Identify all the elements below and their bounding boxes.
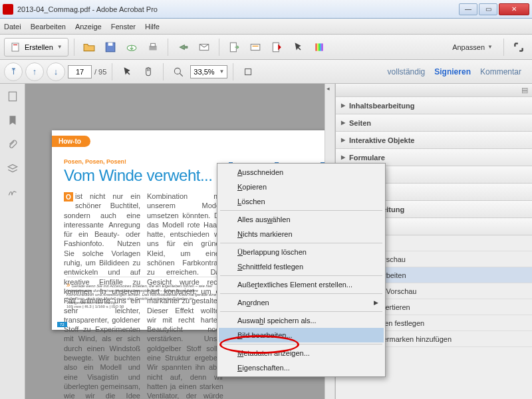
- ctx-select-none[interactable]: Nichts markieren: [219, 227, 384, 241]
- share-button[interactable]: [174, 38, 192, 57]
- floppy-icon: [104, 41, 116, 53]
- thumbnails-icon[interactable]: [5, 89, 20, 104]
- color-button[interactable]: [310, 38, 329, 57]
- close-button[interactable]: ✕: [499, 3, 529, 15]
- ctx-delete[interactable]: Löschen: [219, 194, 384, 209]
- next-page-button[interactable]: ↓: [47, 63, 65, 81]
- ctx-select-all[interactable]: Alles auswählen: [219, 212, 384, 227]
- ctx-copy[interactable]: Kopieren: [219, 180, 384, 194]
- link-sign[interactable]: Signieren: [434, 67, 471, 76]
- menu-help[interactable]: Hilfe: [145, 23, 160, 31]
- ctx-save-selection[interactable]: Auswahl speichern als...: [219, 313, 384, 328]
- ctx-cut[interactable]: AAusschneidenusschneiden: [219, 165, 384, 180]
- kicker: Posen, Posen, Posen!: [64, 158, 126, 165]
- window-title: 2013-04_Commag.pdf - Adobe Acrobat Pro: [17, 5, 458, 13]
- cursor-button[interactable]: [289, 38, 307, 57]
- rainbow-icon: [313, 41, 325, 53]
- ctx-arrange[interactable]: Anordnen▶: [219, 295, 384, 310]
- open-button[interactable]: [80, 38, 98, 57]
- print-button[interactable]: [144, 38, 162, 57]
- link-comment[interactable]: Kommentar: [480, 67, 521, 76]
- first-page-button[interactable]: ⤒: [4, 63, 23, 81]
- context-menu: AAusschneidenusschneiden Kopieren Lösche…: [217, 163, 386, 377]
- fullscreen-button[interactable]: [509, 38, 528, 57]
- customize-button[interactable]: Anpassen ▼: [447, 43, 498, 51]
- svg-rect-13: [317, 43, 318, 51]
- svg-rect-12: [315, 43, 317, 51]
- svg-rect-11: [273, 43, 279, 52]
- svg-rect-10: [252, 45, 258, 46]
- svg-rect-9: [251, 44, 260, 50]
- menu-view[interactable]: Anzeige: [75, 23, 102, 31]
- ctx-show-metadata[interactable]: Metadaten anzeigen...: [219, 346, 384, 360]
- svg-rect-19: [9, 92, 16, 101]
- magnifier-icon: [172, 66, 184, 78]
- prev-page-button[interactable]: ↑: [25, 63, 44, 81]
- ctx-edit-image[interactable]: Bild bearbeiten...: [219, 328, 384, 342]
- share-icon: [177, 41, 189, 53]
- svg-rect-16: [321, 43, 323, 51]
- create-label: Erstellen: [25, 43, 53, 51]
- page-input[interactable]: [68, 65, 92, 78]
- ctx-set-crop[interactable]: Schnittfeld festlegen: [219, 259, 384, 274]
- svg-rect-18: [245, 68, 251, 74]
- create-button[interactable]: Erstellen ▼: [4, 38, 68, 57]
- photo-meta: 105 mm | f6.3 | 1/160 s | ISO 50: [66, 305, 124, 309]
- hand-icon: [142, 66, 154, 78]
- page-number-badge: 72: [57, 322, 67, 327]
- svg-rect-6: [150, 43, 155, 47]
- tools-header: ▤: [336, 84, 532, 97]
- dropdown-icon: ▼: [57, 44, 63, 50]
- envelope-icon: [198, 41, 210, 53]
- app-icon: [3, 4, 13, 15]
- menu-file[interactable]: Datei: [4, 23, 21, 31]
- export-button[interactable]: [225, 38, 243, 57]
- email-button[interactable]: [195, 38, 213, 57]
- headline: Vom Winde verweht...: [64, 166, 212, 185]
- ctx-properties[interactable]: Eigenschaften...: [219, 360, 384, 375]
- zoom-input[interactable]: 33,5%▼: [190, 65, 227, 78]
- maximize-button[interactable]: ▭: [479, 3, 497, 15]
- zoom-tool[interactable]: [169, 63, 188, 81]
- section-pages[interactable]: ▶Seiten: [336, 114, 532, 132]
- ctx-create-artifact[interactable]: Außertextliches Element erstellen...: [219, 277, 384, 292]
- print-icon: [147, 41, 159, 53]
- svg-rect-15: [320, 43, 321, 51]
- layers-icon[interactable]: [5, 161, 20, 176]
- scan-button[interactable]: [246, 38, 265, 57]
- edit-button[interactable]: [267, 38, 286, 57]
- cloud-icon: [126, 41, 138, 53]
- nav-toolbar: ⤒ ↑ ↓ / 95 33,5%▼ vollständig Signieren …: [0, 60, 532, 84]
- menubar: Datei Bearbeiten Anzeige Fenster Hilfe: [0, 19, 532, 35]
- document-export-icon: [228, 41, 240, 53]
- link-full[interactable]: vollständig: [388, 67, 426, 76]
- dropdown-icon: ▼: [487, 44, 493, 50]
- main-toolbar: Erstellen ▼ Anpassen ▼: [0, 35, 532, 60]
- attachment-icon[interactable]: [5, 137, 20, 152]
- edit-text-icon: [271, 41, 283, 53]
- ctx-clear-overlap[interactable]: Überlappung löschen: [219, 245, 384, 259]
- pull-quote: Gerade wenn Sie mit Accessoires arbeiten…: [66, 277, 219, 305]
- submenu-arrow-icon: ▶: [374, 299, 378, 306]
- hand-tool[interactable]: [139, 63, 158, 81]
- zoom-value: 33,5%: [194, 68, 214, 76]
- panel-menu-icon[interactable]: ▤: [521, 86, 528, 94]
- menu-window[interactable]: Fenster: [111, 23, 136, 31]
- section-interactive[interactable]: ▶Interaktive Objekte: [336, 132, 532, 149]
- minimize-button[interactable]: —: [459, 3, 477, 15]
- select-tool[interactable]: [118, 63, 136, 81]
- section-content-editing[interactable]: ▶Inhaltsbearbeitung: [336, 97, 532, 114]
- signatures-icon[interactable]: [5, 185, 20, 200]
- folder-open-icon: [83, 41, 95, 53]
- expand-icon: [513, 41, 525, 53]
- rotate-button[interactable]: [239, 63, 257, 81]
- bookmark-icon[interactable]: [5, 113, 20, 128]
- svg-rect-14: [319, 43, 320, 51]
- expand-icon[interactable]: ◂: [327, 85, 330, 92]
- page-total: / 95: [94, 68, 106, 76]
- menu-edit[interactable]: Bearbeiten: [31, 23, 66, 31]
- save-button[interactable]: [101, 38, 120, 57]
- cloud-button[interactable]: [122, 38, 141, 57]
- nav-pane: [0, 84, 25, 399]
- category-badge: How-to: [52, 136, 90, 147]
